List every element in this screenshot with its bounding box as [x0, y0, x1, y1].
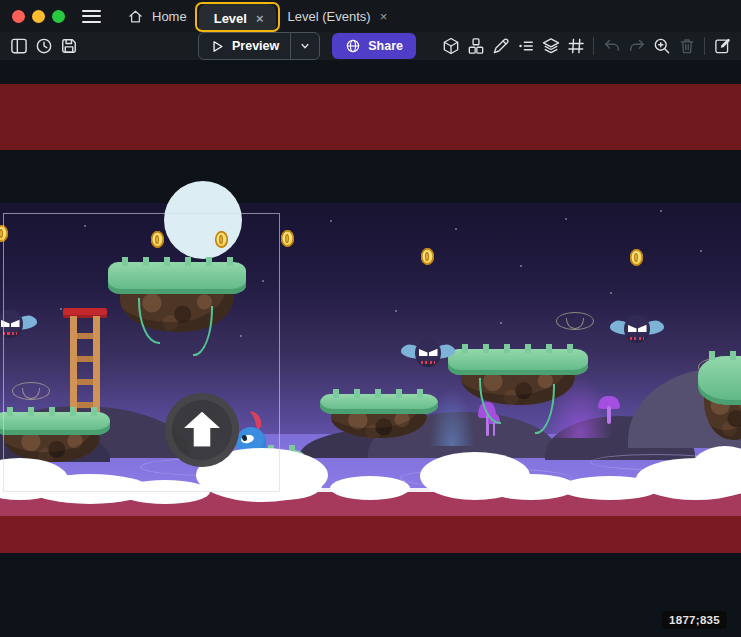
- zoom-in-icon[interactable]: [649, 33, 674, 59]
- coin[interactable]: [421, 248, 434, 265]
- globe-icon: [345, 38, 361, 54]
- edit-note-icon[interactable]: [710, 33, 735, 59]
- play-icon: [210, 39, 225, 54]
- objects-group-icon[interactable]: [463, 33, 488, 59]
- pencil-icon[interactable]: [488, 33, 513, 59]
- traffic-light-zoom[interactable]: [52, 10, 65, 23]
- traffic-light-minimize[interactable]: [32, 10, 45, 23]
- star: [520, 265, 522, 267]
- rock-outline-decoration: [12, 382, 50, 400]
- ladder[interactable]: [66, 308, 104, 416]
- history-icon[interactable]: [31, 33, 56, 59]
- coin[interactable]: [630, 249, 643, 266]
- star: [84, 225, 86, 227]
- instances-list-icon[interactable]: [513, 33, 538, 59]
- undo-icon[interactable]: [599, 33, 624, 59]
- coin[interactable]: [281, 230, 294, 247]
- star: [395, 310, 397, 312]
- star: [500, 322, 502, 324]
- share-button[interactable]: Share: [332, 33, 416, 59]
- star: [455, 228, 457, 230]
- floating-island-platform[interactable]: [448, 349, 588, 405]
- coin[interactable]: [0, 225, 8, 242]
- cube-icon[interactable]: [438, 33, 463, 59]
- tab-label: Home: [152, 9, 187, 24]
- tab-level[interactable]: Level ×: [199, 4, 276, 32]
- layers-icon[interactable]: [538, 33, 563, 59]
- redo-icon[interactable]: [624, 33, 649, 59]
- close-icon[interactable]: ×: [379, 9, 389, 24]
- enemy-bat[interactable]: [610, 313, 664, 349]
- scene-objects-layer: [0, 60, 741, 637]
- toolbar: Preview Share: [0, 32, 741, 60]
- moon[interactable]: [164, 181, 242, 259]
- app-window: Home Level × Level (Events) ×: [0, 0, 741, 637]
- floating-island-platform[interactable]: [108, 262, 246, 332]
- star: [610, 292, 612, 294]
- star: [240, 335, 242, 337]
- cloud: [330, 476, 410, 500]
- cursor-coordinates-badge: 1877;835: [662, 611, 727, 629]
- traffic-light-close[interactable]: [12, 10, 25, 23]
- hamburger-menu-icon[interactable]: [82, 10, 101, 23]
- tab-bar: Home Level × Level (Events) ×: [0, 0, 741, 32]
- floating-island-platform[interactable]: [698, 356, 741, 440]
- coin[interactable]: [215, 231, 228, 248]
- preview-button[interactable]: Preview: [198, 32, 320, 60]
- save-icon[interactable]: [56, 33, 81, 59]
- star: [262, 280, 264, 282]
- rock-outline-decoration: [556, 312, 594, 330]
- preview-label: Preview: [232, 39, 279, 53]
- tab-label: Level: [214, 11, 247, 26]
- floating-island-platform[interactable]: [320, 394, 438, 438]
- enemy-bat[interactable]: [0, 308, 37, 344]
- home-icon: [127, 8, 144, 25]
- scene-editor-canvas[interactable]: 1877;835: [0, 60, 741, 637]
- chevron-down-icon[interactable]: [291, 39, 319, 53]
- purple-mushroom: [598, 396, 620, 424]
- editor-toolbar-icons: [438, 33, 735, 59]
- star: [565, 218, 567, 220]
- cloud: [120, 480, 210, 504]
- arrow-up-icon: [184, 412, 220, 447]
- trash-icon[interactable]: [674, 33, 699, 59]
- tab-label: Level (Events): [288, 9, 371, 24]
- star: [60, 308, 62, 310]
- grid-icon[interactable]: [563, 33, 588, 59]
- floating-island-platform[interactable]: [0, 412, 110, 462]
- tab-home[interactable]: Home: [115, 0, 199, 32]
- project-manager-icon[interactable]: [6, 33, 31, 59]
- star: [330, 220, 332, 222]
- star: [700, 250, 702, 252]
- share-label: Share: [368, 39, 403, 53]
- tab-level-events[interactable]: Level (Events) ×: [276, 0, 401, 32]
- cloud: [242, 472, 322, 500]
- enemy-bat[interactable]: [401, 337, 455, 373]
- move-up-control[interactable]: [165, 393, 239, 467]
- star: [660, 210, 662, 212]
- close-icon[interactable]: ×: [255, 11, 265, 26]
- coin[interactable]: [151, 231, 164, 248]
